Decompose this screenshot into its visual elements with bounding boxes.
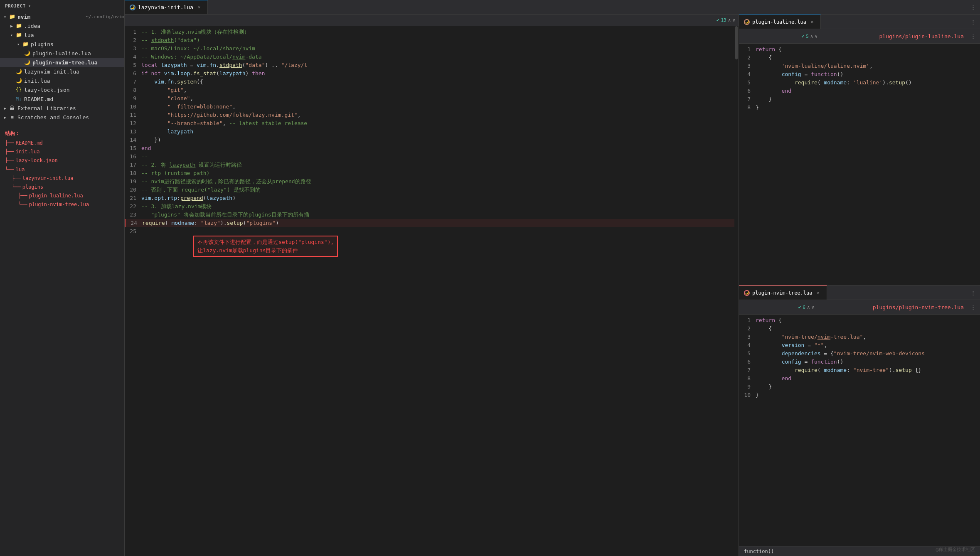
collapse-bottom[interactable]: ∧ (807, 305, 810, 310)
chevron-icon: ▶ (2, 114, 8, 121)
rp-line-8: 8 } (739, 103, 980, 112)
panel-more-icon-bottom[interactable]: ⋮ (970, 304, 976, 310)
code-line-4: 4 -- Windows: ~/AppData/Local/nvim-data (125, 53, 739, 61)
struct-plugins: └── plugins (0, 183, 124, 192)
code-line-8: 8 "git", (125, 86, 739, 94)
tree-item-lazy-lock[interactable]: {} lazy-lock.json (0, 85, 124, 94)
code-line-13: 13 lazypath (125, 128, 739, 136)
struct-readme: ├── README.md (0, 139, 124, 148)
tab-more-right-bottom[interactable]: ⋮ (966, 290, 980, 296)
tab-label-lualine: plugin-lualine.lua (752, 19, 806, 25)
right-panel-top-content[interactable]: 1 return { 2 { 3 'nvim-lualine/lualine.n… (739, 44, 980, 285)
main-editor-content[interactable]: 1 -- 1. 准备lazy.nvim模块（存在性检测） 2 -- stdpat… (125, 26, 739, 556)
code-line-9: 9 "clone", (125, 94, 739, 103)
code-line-20: 20 -- 否则，下面 require("lazy") 是找不到的 (125, 186, 739, 194)
tab-lazynvim[interactable]: 🌙 lazynvim-init.lua × (125, 0, 208, 14)
struct-plugin-lualine: ├── plugin-lualine.lua (0, 192, 124, 200)
code-line-7: 7 vim.fn.system({ (125, 78, 739, 86)
json-file-icon: {} (15, 86, 22, 93)
tree-item-plugin-lualine[interactable]: 🌙 plugin-lualine.lua (0, 49, 124, 58)
right-panel-bottom-header: ✔ 6 ∧ ∨ plugins/plugin-nvim-tree.lua ⋮ (739, 300, 980, 315)
collapse-top[interactable]: ∧ (810, 34, 813, 39)
code-line-14: 14 }) (125, 136, 739, 144)
right-panel-bottom: 🌙 plugin-nvim-tree.lua × ⋮ ✔ 6 ∧ ∨ (739, 285, 980, 556)
sidebar-tree: ▾ 📁 nvim ~/.config/nvim ▶ 📁 .idea ▾ 📁 lu… (0, 12, 124, 556)
tab-close-nvim-tree[interactable]: × (815, 290, 822, 296)
tree-item-nvim[interactable]: ▾ 📁 nvim ~/.config/nvim (0, 12, 124, 21)
tab-icon-lualine: 🌙 (744, 19, 750, 25)
rb-line-6: 6 config = function() (739, 358, 980, 366)
rb-line-2: 2 { (739, 325, 980, 333)
tab-icon-nvim-tree: 🌙 (744, 290, 750, 296)
rp-line-7: 7 } (739, 95, 980, 103)
check-indicator-top: ✔ 5 ∧ ∨ (802, 34, 818, 39)
main-editor-panel: ✔ 13 ∧ ∨ 1 -- 1. 准备lazy.nvim模块（存在性检测） 2 (125, 15, 739, 556)
tab-more-right-top[interactable]: ⋮ (966, 19, 980, 25)
tab-plugin-lualine[interactable]: 🌙 plugin-lualine.lua × (739, 15, 821, 29)
chevron-icon: ▾ (8, 32, 15, 38)
tab-close-lualine[interactable]: × (809, 19, 815, 25)
struct-plugin-nvim-tree: └── plugin-nvim-tree.lua (0, 200, 124, 209)
struct-lua: └── lua (0, 165, 124, 174)
collapse-btn[interactable]: ∧ (728, 17, 731, 23)
tab-plugin-nvim-tree[interactable]: 🌙 plugin-nvim-tree.lua × (739, 285, 827, 300)
code-line-16: 16 -- (125, 153, 739, 161)
expand-bottom[interactable]: ∨ (812, 305, 815, 310)
code-line-18: 18 -- rtp (runtime path) (125, 169, 739, 177)
tab-label-nvim-tree: plugin-nvim-tree.lua (752, 290, 813, 296)
rb-line-8: 8 end (739, 374, 980, 383)
code-line-6: 6 if not vim.loop.fs_stat(lazypath) then (125, 69, 739, 78)
folder-icon: 📁 (8, 13, 16, 20)
chevron-icon: ▶ (8, 22, 15, 29)
tree-item-readme[interactable]: M↓ README.md (0, 94, 124, 103)
breadcrumb-nvim-tree: plugins/plugin-nvim-tree.lua (873, 304, 964, 310)
code-line-21: 21 vim.opt.rtp:prepend(lazypath) (125, 194, 739, 202)
tab-label-lazynvim: lazynvim-init.lua (138, 4, 193, 10)
tree-item-lua[interactable]: ▾ 📁 lua (0, 30, 124, 39)
struct-lazy-lock: ├── lazy-lock.json (0, 156, 124, 165)
tree-item-external[interactable]: ▶ 🏛 External Libraries (0, 103, 124, 113)
expand-top[interactable]: ∨ (815, 34, 817, 39)
project-title: Project (5, 3, 26, 9)
code-line-23: 23 -- "plugins" 将会加载当前所在目录下的plugins目录下的所… (125, 211, 739, 219)
chevron-icon: ▾ (15, 41, 22, 47)
right-panel-top-header: ✔ 5 ∧ ∨ plugins/plugin-lualine.lua ⋮ (739, 29, 980, 44)
rb-line-5: 5 dependencies = {"nvim-tree/nvim-web-de… (739, 349, 980, 358)
rb-line-7: 7 require( modname: "nvim-tree").setup {… (739, 366, 980, 374)
right-panel-bottom-content[interactable]: 1 return { 2 { 3 "nvim-tree/nvim-tree.lu… (739, 315, 980, 546)
main-tab-bar: 🌙 lazynvim-init.lua × ⋮ (125, 0, 980, 15)
rp-line-5: 5 require( modname: 'lualine').setup() (739, 79, 980, 87)
tree-item-idea[interactable]: ▶ 📁 .idea (0, 21, 124, 30)
check-indicator: ✔ 13 ∧ ∨ (717, 17, 735, 23)
code-line-19: 19 -- nvim进行路径搜索的时候，除已有的路径，还会从prepend的路径 (125, 177, 739, 186)
watermark: @稀土掘金技术社区 (936, 546, 975, 553)
check-count-bottom: 6 (803, 305, 805, 310)
lua-file-icon: 🌙 (15, 77, 22, 84)
sidebar: Project ▾ ▾ 📁 nvim ~/.config/nvim ▶ 📁 .i… (0, 0, 125, 556)
tree-item-lazynvim[interactable]: 🌙 lazynvim-init.lua (0, 67, 124, 76)
rp-line-4: 4 config = function() (739, 70, 980, 79)
code-line-25: 25 不再该文件下进行配置，而是通过setup("plugins"), 让laz… (125, 227, 739, 265)
code-line-11: 11 "https://github.com/folke/lazy.nvim.g… (125, 111, 739, 119)
code-line-22: 22 -- 3. 加载lazy.nvim模块 (125, 202, 739, 211)
rb-line-4: 4 version = "*", (739, 341, 980, 349)
rp-line-3: 3 'nvim-lualine/lualine.nvim', (739, 62, 980, 70)
panel-more-icon[interactable]: ⋮ (970, 33, 976, 39)
rb-line-1: 1 return { (739, 316, 980, 325)
tree-item-plugin-nvim-tree[interactable]: 🌙 plugin-nvim-tree.lua (0, 58, 124, 67)
code-line-15: 15 end (125, 144, 739, 153)
tree-item-plugins[interactable]: ▾ 📁 plugins (0, 39, 124, 49)
code-area-main: 1 -- 1. 准备lazy.nvim模块（存在性检测） 2 -- stdpat… (125, 26, 739, 556)
breadcrumb-lualine: plugins/plugin-lualine.lua (879, 33, 964, 39)
folder-icon: 📁 (15, 31, 22, 39)
tab-close-lazynvim[interactable]: × (196, 4, 202, 11)
expand-btn[interactable]: ∨ (732, 17, 735, 23)
scrollbar-thumb[interactable] (735, 26, 738, 59)
right-panel-top: 🌙 plugin-lualine.lua × ⋮ ✔ 5 ∧ ∨ (739, 15, 980, 285)
structure-label: 结构： (0, 127, 124, 139)
main-editor-scrollbar[interactable] (734, 26, 739, 556)
tree-item-scratches[interactable]: ▶ ≡ Scratches and Consoles (0, 113, 124, 122)
tree-item-init[interactable]: 🌙 init.lua (0, 76, 124, 85)
struct-lazynvim: ├── lazynvim-init.lua (0, 174, 124, 183)
tab-more-button[interactable]: ⋮ (966, 4, 980, 10)
